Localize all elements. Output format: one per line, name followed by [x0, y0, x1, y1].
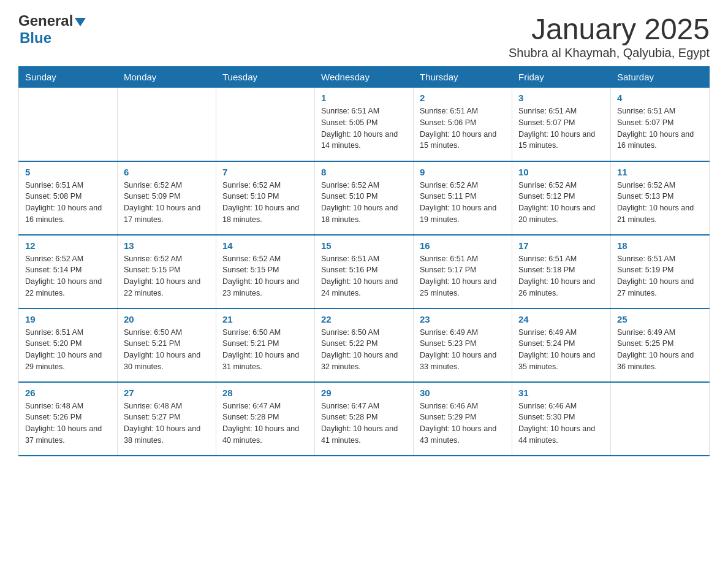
weekday-header-sunday: Sunday [19, 67, 118, 88]
calendar-day-21: 21Sunrise: 6:50 AM Sunset: 5:21 PM Dayli… [216, 308, 315, 382]
weekday-header-row: SundayMondayTuesdayWednesdayThursdayFrid… [19, 67, 710, 88]
day-info: Sunrise: 6:46 AM Sunset: 5:29 PM Dayligh… [420, 400, 506, 446]
day-number: 4 [617, 93, 703, 103]
calendar-day-24: 24Sunrise: 6:49 AM Sunset: 5:24 PM Dayli… [512, 308, 611, 382]
day-number: 8 [321, 167, 407, 177]
calendar-day-10: 10Sunrise: 6:52 AM Sunset: 5:12 PM Dayli… [512, 161, 611, 235]
day-number: 28 [222, 388, 308, 398]
day-info: Sunrise: 6:51 AM Sunset: 5:07 PM Dayligh… [617, 105, 703, 151]
logo-text-blue: Blue [20, 29, 51, 47]
day-number: 16 [420, 240, 506, 251]
calendar-day-30: 30Sunrise: 6:46 AM Sunset: 5:29 PM Dayli… [414, 382, 512, 456]
location: Shubra al Khaymah, Qalyubia, Egypt [509, 46, 710, 60]
calendar-day-3: 3Sunrise: 6:51 AM Sunset: 5:07 PM Daylig… [512, 88, 611, 161]
day-info: Sunrise: 6:50 AM Sunset: 5:21 PM Dayligh… [222, 327, 308, 373]
day-number: 1 [321, 93, 407, 103]
day-info: Sunrise: 6:49 AM Sunset: 5:23 PM Dayligh… [420, 327, 506, 373]
day-info: Sunrise: 6:51 AM Sunset: 5:18 PM Dayligh… [518, 253, 604, 299]
day-number: 13 [124, 240, 210, 251]
day-number: 18 [617, 240, 703, 251]
weekday-header-monday: Monday [118, 67, 216, 88]
calendar-empty-cell [216, 88, 315, 161]
day-info: Sunrise: 6:51 AM Sunset: 5:08 PM Dayligh… [25, 180, 111, 226]
day-number: 2 [420, 93, 506, 103]
day-info: Sunrise: 6:52 AM Sunset: 5:14 PM Dayligh… [25, 253, 111, 299]
day-number: 31 [518, 388, 604, 398]
calendar-day-15: 15Sunrise: 6:51 AM Sunset: 5:16 PM Dayli… [315, 235, 414, 308]
calendar-day-1: 1Sunrise: 6:51 AM Sunset: 5:05 PM Daylig… [315, 88, 414, 161]
calendar-day-29: 29Sunrise: 6:47 AM Sunset: 5:28 PM Dayli… [315, 382, 414, 456]
day-number: 21 [222, 314, 308, 324]
day-info: Sunrise: 6:52 AM Sunset: 5:10 PM Dayligh… [321, 180, 407, 226]
day-info: Sunrise: 6:51 AM Sunset: 5:06 PM Dayligh… [420, 105, 506, 151]
calendar-week-row: 26Sunrise: 6:48 AM Sunset: 5:26 PM Dayli… [19, 382, 710, 456]
day-info: Sunrise: 6:51 AM Sunset: 5:19 PM Dayligh… [617, 253, 703, 299]
day-number: 19 [25, 314, 111, 324]
day-number: 27 [124, 388, 210, 398]
day-number: 22 [321, 314, 407, 324]
calendar-day-9: 9Sunrise: 6:52 AM Sunset: 5:11 PM Daylig… [414, 161, 512, 235]
day-number: 17 [518, 240, 604, 251]
weekday-header-friday: Friday [512, 67, 611, 88]
day-number: 29 [321, 388, 407, 398]
calendar-day-18: 18Sunrise: 6:51 AM Sunset: 5:19 PM Dayli… [611, 235, 710, 308]
calendar-day-6: 6Sunrise: 6:52 AM Sunset: 5:09 PM Daylig… [118, 161, 216, 235]
logo: General Blue [18, 12, 86, 47]
calendar-day-22: 22Sunrise: 6:50 AM Sunset: 5:22 PM Dayli… [315, 308, 414, 382]
day-number: 10 [518, 167, 604, 177]
day-info: Sunrise: 6:51 AM Sunset: 5:17 PM Dayligh… [420, 253, 506, 299]
day-number: 5 [25, 167, 111, 177]
weekday-header-tuesday: Tuesday [216, 67, 315, 88]
calendar-day-14: 14Sunrise: 6:52 AM Sunset: 5:15 PM Dayli… [216, 235, 315, 308]
day-info: Sunrise: 6:47 AM Sunset: 5:28 PM Dayligh… [222, 400, 308, 446]
day-info: Sunrise: 6:46 AM Sunset: 5:30 PM Dayligh… [518, 400, 604, 446]
day-number: 3 [518, 93, 604, 103]
day-info: Sunrise: 6:52 AM Sunset: 5:12 PM Dayligh… [518, 180, 604, 226]
day-number: 14 [222, 240, 308, 251]
calendar-day-11: 11Sunrise: 6:52 AM Sunset: 5:13 PM Dayli… [611, 161, 710, 235]
calendar-empty-cell [611, 382, 710, 456]
day-number: 26 [25, 388, 111, 398]
calendar-empty-cell [118, 88, 216, 161]
weekday-header-thursday: Thursday [414, 67, 512, 88]
day-number: 30 [420, 388, 506, 398]
calendar-day-28: 28Sunrise: 6:47 AM Sunset: 5:28 PM Dayli… [216, 382, 315, 456]
day-info: Sunrise: 6:52 AM Sunset: 5:15 PM Dayligh… [222, 253, 308, 299]
day-number: 7 [222, 167, 308, 177]
calendar-day-20: 20Sunrise: 6:50 AM Sunset: 5:21 PM Dayli… [118, 308, 216, 382]
day-info: Sunrise: 6:48 AM Sunset: 5:27 PM Dayligh… [124, 400, 210, 446]
logo-text-general: General [18, 12, 73, 29]
day-info: Sunrise: 6:52 AM Sunset: 5:09 PM Dayligh… [124, 180, 210, 226]
day-info: Sunrise: 6:52 AM Sunset: 5:11 PM Dayligh… [420, 180, 506, 226]
day-info: Sunrise: 6:48 AM Sunset: 5:26 PM Dayligh… [25, 400, 111, 446]
calendar-day-19: 19Sunrise: 6:51 AM Sunset: 5:20 PM Dayli… [19, 308, 118, 382]
day-number: 25 [617, 314, 703, 324]
calendar-day-12: 12Sunrise: 6:52 AM Sunset: 5:14 PM Dayli… [19, 235, 118, 308]
calendar-day-31: 31Sunrise: 6:46 AM Sunset: 5:30 PM Dayli… [512, 382, 611, 456]
calendar-day-16: 16Sunrise: 6:51 AM Sunset: 5:17 PM Dayli… [414, 235, 512, 308]
day-info: Sunrise: 6:50 AM Sunset: 5:21 PM Dayligh… [124, 327, 210, 373]
day-info: Sunrise: 6:51 AM Sunset: 5:16 PM Dayligh… [321, 253, 407, 299]
calendar-day-8: 8Sunrise: 6:52 AM Sunset: 5:10 PM Daylig… [315, 161, 414, 235]
calendar-week-row: 5Sunrise: 6:51 AM Sunset: 5:08 PM Daylig… [19, 161, 710, 235]
day-info: Sunrise: 6:52 AM Sunset: 5:15 PM Dayligh… [124, 253, 210, 299]
day-number: 11 [617, 167, 703, 177]
day-info: Sunrise: 6:47 AM Sunset: 5:28 PM Dayligh… [321, 400, 407, 446]
calendar-day-25: 25Sunrise: 6:49 AM Sunset: 5:25 PM Dayli… [611, 308, 710, 382]
day-number: 12 [25, 240, 111, 251]
day-info: Sunrise: 6:51 AM Sunset: 5:20 PM Dayligh… [25, 327, 111, 373]
day-number: 20 [124, 314, 210, 324]
calendar-week-row: 1Sunrise: 6:51 AM Sunset: 5:05 PM Daylig… [19, 88, 710, 161]
calendar-table: SundayMondayTuesdayWednesdayThursdayFrid… [18, 66, 710, 456]
day-info: Sunrise: 6:51 AM Sunset: 5:07 PM Dayligh… [518, 105, 604, 151]
day-number: 9 [420, 167, 506, 177]
calendar-day-4: 4Sunrise: 6:51 AM Sunset: 5:07 PM Daylig… [611, 88, 710, 161]
day-info: Sunrise: 6:50 AM Sunset: 5:22 PM Dayligh… [321, 327, 407, 373]
calendar-week-row: 12Sunrise: 6:52 AM Sunset: 5:14 PM Dayli… [19, 235, 710, 308]
weekday-header-wednesday: Wednesday [315, 67, 414, 88]
day-number: 6 [124, 167, 210, 177]
title-area: January 2025 Shubra al Khaymah, Qalyubia… [509, 12, 710, 60]
day-info: Sunrise: 6:52 AM Sunset: 5:13 PM Dayligh… [617, 180, 703, 226]
calendar-day-13: 13Sunrise: 6:52 AM Sunset: 5:15 PM Dayli… [118, 235, 216, 308]
weekday-header-saturday: Saturday [611, 67, 710, 88]
